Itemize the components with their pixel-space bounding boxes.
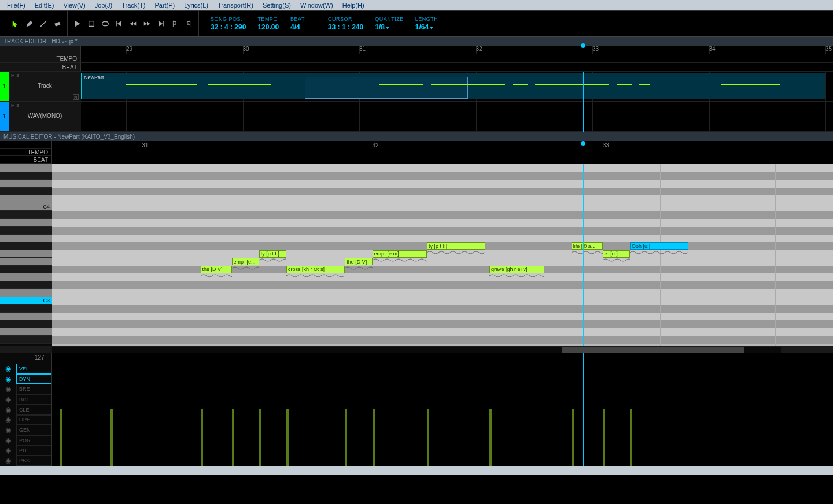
param-bar[interactable] bbox=[201, 409, 203, 466]
eraser-tool-icon[interactable] bbox=[52, 18, 62, 29]
playhead[interactable] bbox=[583, 72, 584, 132]
menu-track[interactable]: Track(T) bbox=[117, 1, 150, 10]
track-number[interactable]: 1 bbox=[0, 102, 9, 131]
piano-key[interactable] bbox=[0, 172, 52, 180]
param-bar[interactable] bbox=[110, 409, 113, 466]
rewind-icon[interactable] bbox=[128, 18, 138, 29]
param-toggle-icon[interactable]: ◉ bbox=[0, 405, 16, 415]
stop-icon[interactable] bbox=[86, 18, 97, 29]
note[interactable]: ty [p t I:] bbox=[259, 250, 286, 258]
play-icon[interactable] bbox=[72, 18, 83, 29]
pointer-tool-icon[interactable] bbox=[10, 18, 21, 29]
param-toggle-icon[interactable]: ◉ bbox=[0, 374, 16, 384]
menu-transport[interactable]: Transport(R) bbox=[213, 1, 258, 10]
me-ruler[interactable]: 313233 bbox=[52, 141, 833, 164]
track-part[interactable]: NewPart bbox=[81, 73, 825, 99]
param-label-gen[interactable]: GEN bbox=[16, 425, 51, 435]
track-record-icon[interactable]: R bbox=[73, 94, 79, 100]
param-label-pbs[interactable]: PBS bbox=[16, 455, 51, 466]
tempo-row[interactable] bbox=[81, 54, 833, 62]
track-ruler[interactable]: 29303132333435 bbox=[81, 46, 833, 54]
piano-key[interactable] bbox=[0, 219, 52, 227]
quantize-value[interactable]: 1/8 bbox=[375, 23, 404, 31]
note[interactable]: ty [p t I:] bbox=[427, 242, 485, 250]
skip-end-icon[interactable] bbox=[156, 18, 166, 29]
piano-key[interactable] bbox=[0, 320, 52, 328]
track-mute-solo[interactable]: M S bbox=[11, 73, 79, 78]
track-header[interactable]: 1M SWAV(MONO) bbox=[0, 102, 81, 132]
tracks-content[interactable]: NewPart bbox=[81, 72, 833, 132]
param-toggle-icon[interactable]: ◉ bbox=[0, 435, 16, 446]
menu-part[interactable]: Part(P) bbox=[150, 1, 179, 10]
note[interactable]: life [l0 a... bbox=[572, 242, 603, 250]
param-label-bri[interactable]: BRI bbox=[16, 394, 51, 405]
param-toggle-icon[interactable]: ◉ bbox=[0, 384, 16, 394]
param-label-dyn[interactable]: DYN bbox=[16, 374, 51, 384]
marker-end-icon[interactable] bbox=[183, 18, 194, 29]
menu-setting[interactable]: Setting(S) bbox=[258, 1, 296, 10]
piano-key[interactable] bbox=[0, 258, 52, 266]
param-label-pit[interactable]: PIT bbox=[16, 446, 51, 456]
param-bar[interactable] bbox=[60, 409, 62, 466]
piano-key[interactable] bbox=[0, 328, 52, 336]
piano-key[interactable] bbox=[0, 305, 52, 313]
note[interactable]: cross [kh r O: s] bbox=[286, 266, 345, 273]
piano-key[interactable] bbox=[0, 235, 52, 243]
parameter-graph[interactable] bbox=[52, 353, 833, 466]
track-lane[interactable] bbox=[81, 102, 833, 132]
note[interactable]: the [D V] bbox=[201, 266, 232, 273]
piano-key[interactable] bbox=[0, 180, 52, 188]
param-bar[interactable] bbox=[259, 409, 261, 466]
piano-key[interactable] bbox=[0, 273, 52, 281]
param-bar[interactable] bbox=[232, 409, 234, 466]
param-toggle-icon[interactable]: ◉ bbox=[0, 455, 16, 466]
cursor-value[interactable]: 33 : 1 : 240 bbox=[328, 23, 363, 31]
track-header[interactable]: 1M STrackR bbox=[0, 72, 81, 102]
piano-key[interactable] bbox=[0, 211, 52, 219]
marker-start-icon[interactable] bbox=[169, 18, 180, 29]
beat-row[interactable] bbox=[81, 63, 833, 71]
note[interactable]: emp- [e m] bbox=[373, 250, 427, 258]
window-scrollbar[interactable] bbox=[0, 466, 833, 475]
param-toggle-icon[interactable]: ◉ bbox=[0, 446, 16, 456]
skip-start-icon[interactable] bbox=[114, 18, 124, 29]
menu-lyrics[interactable]: Lyrics(L) bbox=[179, 1, 213, 10]
note[interactable]: Ooh [u:] bbox=[630, 242, 688, 250]
note[interactable]: the [D V] bbox=[345, 258, 372, 265]
piano-key[interactable] bbox=[0, 227, 52, 235]
param-label-ope[interactable]: OPE bbox=[16, 415, 51, 425]
song-pos-value[interactable]: 32 : 4 : 290 bbox=[211, 23, 246, 31]
piano-key[interactable] bbox=[0, 266, 52, 274]
param-label-bre[interactable]: BRE bbox=[16, 384, 51, 394]
param-bar[interactable] bbox=[373, 409, 375, 466]
param-toggle-icon[interactable]: ◉ bbox=[0, 415, 16, 425]
param-bar[interactable] bbox=[489, 409, 492, 466]
loop-icon[interactable] bbox=[100, 18, 110, 29]
beat-value[interactable]: 4/4 bbox=[290, 23, 305, 31]
param-label-vel[interactable]: VEL bbox=[16, 364, 51, 374]
piano-keys[interactable]: C4C3 bbox=[0, 164, 52, 346]
note[interactable]: emp- [e... bbox=[232, 258, 259, 265]
param-label-por[interactable]: POR bbox=[16, 435, 51, 446]
param-label-cle[interactable]: CLE bbox=[16, 405, 51, 415]
piano-key[interactable]: C4 bbox=[0, 203, 52, 212]
forward-icon[interactable] bbox=[142, 18, 152, 29]
menu-file[interactable]: File(F) bbox=[2, 1, 30, 10]
track-number[interactable]: 1 bbox=[0, 72, 9, 101]
tempo-value[interactable]: 120.00 bbox=[257, 23, 279, 31]
piano-key[interactable] bbox=[0, 336, 52, 344]
line-tool-icon[interactable] bbox=[38, 18, 49, 29]
piano-key[interactable] bbox=[0, 188, 52, 196]
piano-key[interactable] bbox=[0, 313, 52, 321]
note[interactable]: grave [gh r eI v] bbox=[489, 266, 544, 273]
piano-key[interactable] bbox=[0, 250, 52, 258]
piano-key[interactable] bbox=[0, 242, 52, 250]
piano-key[interactable] bbox=[0, 281, 52, 290]
piano-roll-scrollbar[interactable] bbox=[0, 346, 833, 353]
param-bar[interactable] bbox=[286, 409, 289, 466]
menu-edit[interactable]: Edit(E) bbox=[30, 1, 59, 10]
piano-key[interactable] bbox=[0, 164, 52, 172]
menu-job[interactable]: Job(J) bbox=[90, 1, 117, 10]
param-toggle-icon[interactable]: ◉ bbox=[0, 425, 16, 435]
piano-key[interactable]: C3 bbox=[0, 297, 52, 305]
